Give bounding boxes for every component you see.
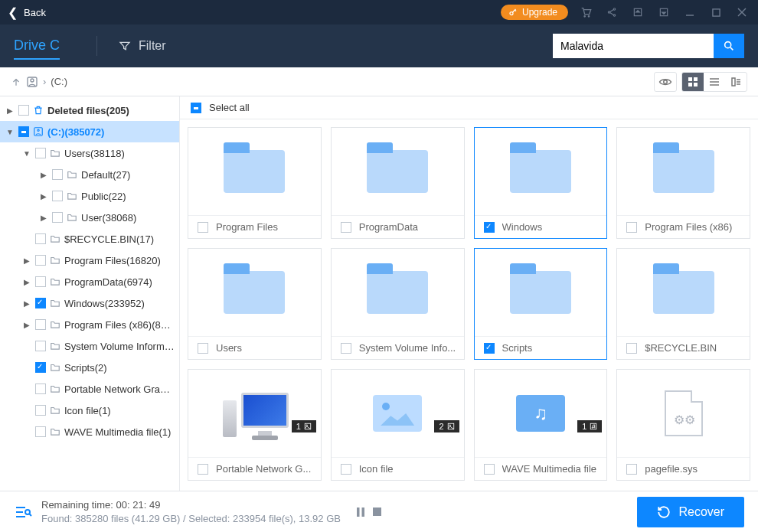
expander-icon[interactable]: ▶ [38, 171, 49, 179]
file-card[interactable]: Scripts [474, 248, 608, 360]
file-card[interactable]: 1 Portable Network G... [188, 369, 322, 481]
file-card[interactable]: Windows [474, 127, 608, 239]
tree-row[interactable]: ▶ProgramData(6974) [0, 271, 179, 292]
search-input[interactable] [553, 34, 714, 58]
tree-row[interactable]: Portable Network Graphics [0, 378, 179, 400]
checkbox[interactable] [52, 169, 63, 180]
expander-icon[interactable]: ▶ [21, 321, 32, 329]
expander-icon[interactable]: ▶ [38, 192, 49, 201]
expander-icon[interactable]: ▶ [21, 299, 32, 308]
expander-icon[interactable]: ▼ [21, 149, 32, 158]
expander-icon[interactable]: ▼ [5, 128, 15, 136]
breadcrumb-path[interactable]: (C:) [51, 76, 67, 87]
checkbox[interactable] [198, 222, 208, 233]
checkbox[interactable] [198, 343, 208, 354]
upgrade-button[interactable]: Upgrade [501, 5, 568, 20]
checkbox[interactable] [35, 426, 46, 437]
tree-row[interactable]: System Volume Information [0, 335, 179, 357]
expander-icon[interactable]: ▶ [38, 214, 49, 222]
tree-row[interactable]: $RECYCLE.BIN(17) [0, 228, 179, 250]
tree-drive-c[interactable]: ▼ (C:)(385072) [0, 121, 179, 142]
checkbox[interactable] [52, 191, 63, 201]
select-all-checkbox[interactable] [191, 103, 201, 113]
checkbox[interactable] [35, 148, 46, 158]
checkbox[interactable] [626, 464, 637, 475]
tree-row[interactable]: ▶Default(27) [0, 164, 179, 185]
file-card[interactable]: ♫1 WAVE Multimedia file [474, 369, 608, 481]
expander-icon[interactable]: ▶ [21, 278, 32, 286]
checkbox[interactable] [35, 405, 46, 416]
tree-row[interactable]: ▶User(38068) [0, 207, 179, 228]
checkbox[interactable] [35, 362, 46, 373]
expander-icon[interactable]: ▶ [21, 256, 32, 265]
file-card[interactable]: ⚙⚙pagefile.sys [616, 369, 750, 481]
stop-button[interactable] [373, 508, 381, 517]
close-icon[interactable] [733, 4, 750, 21]
checkbox[interactable] [18, 105, 29, 116]
drive-tab[interactable]: Drive C [14, 38, 60, 60]
up-icon[interactable] [11, 77, 21, 87]
file-card[interactable]: 2 Icon file [331, 369, 465, 481]
checkbox[interactable] [341, 464, 351, 475]
checkbox[interactable] [626, 343, 637, 354]
checkbox[interactable] [484, 343, 495, 354]
checkbox[interactable] [484, 464, 495, 475]
search-button[interactable] [714, 34, 744, 58]
view-list[interactable] [704, 73, 725, 91]
checkbox[interactable] [52, 212, 63, 223]
checkbox[interactable] [198, 464, 208, 475]
file-card[interactable]: $RECYCLE.BIN [616, 248, 750, 360]
view-grid[interactable] [682, 73, 704, 91]
expander-icon[interactable]: ▶ [5, 106, 15, 115]
filter-button[interactable]: Filter [119, 39, 166, 53]
tree-row[interactable]: ▶Public(22) [0, 185, 179, 207]
tree-row[interactable]: ▶Windows(233952) [0, 292, 179, 314]
recover-button[interactable]: Recover [637, 497, 744, 527]
view-detail[interactable] [725, 73, 747, 91]
import-icon[interactable] [655, 4, 672, 21]
checkbox[interactable] [484, 222, 495, 233]
divider [96, 36, 97, 56]
file-card[interactable]: ProgramData [331, 127, 465, 239]
file-card[interactable]: Program Files (x86) [616, 127, 750, 239]
checkbox[interactable] [35, 319, 46, 330]
tree-row[interactable]: ▼Users(38118) [0, 142, 179, 164]
back-button[interactable]: ❮ Back [8, 5, 46, 20]
tree-label: Users(38118) [64, 148, 125, 159]
cart-icon[interactable] [577, 4, 594, 21]
tree-label: ProgramData(6974) [64, 276, 152, 288]
filter-icon [119, 40, 131, 52]
pause-button[interactable] [356, 508, 365, 517]
checkbox[interactable] [35, 298, 46, 308]
checkbox[interactable] [626, 222, 637, 233]
user-icon[interactable] [26, 76, 38, 88]
file-card[interactable]: Users [188, 248, 322, 360]
export-icon[interactable] [629, 4, 646, 21]
minimize-icon[interactable] [681, 4, 698, 21]
tree-deleted-files[interactable]: ▶ Deleted files(205) [0, 100, 179, 121]
checkbox[interactable] [341, 222, 351, 233]
file-card[interactable]: System Volume Info... [331, 248, 465, 360]
tree-row[interactable]: WAVE Multimedia file(1) [0, 421, 179, 442]
file-card[interactable]: Program Files [188, 127, 322, 239]
checkbox[interactable] [35, 276, 46, 287]
view-mode-group [681, 72, 747, 92]
checkbox[interactable] [18, 126, 29, 137]
tree-row[interactable]: Icon file(1) [0, 400, 179, 421]
checkbox[interactable] [341, 343, 351, 354]
select-all-label: Select all [209, 102, 250, 113]
checkbox[interactable] [35, 383, 46, 394]
checkbox[interactable] [35, 233, 46, 244]
share-icon[interactable] [603, 4, 620, 21]
folder-icon [510, 271, 571, 314]
checkbox[interactable] [35, 341, 46, 351]
tree-row[interactable]: ▶Program Files(16820) [0, 250, 179, 271]
svg-point-1 [584, 16, 585, 17]
preview-toggle[interactable] [654, 72, 677, 92]
maximize-icon[interactable] [707, 4, 724, 21]
tree-row[interactable]: Scripts(2) [0, 357, 179, 378]
tree-row[interactable]: ▶Program Files (x86)(89184) [0, 314, 179, 335]
folder-icon [66, 211, 78, 224]
checkbox[interactable] [35, 255, 46, 266]
image-icon [373, 395, 422, 432]
